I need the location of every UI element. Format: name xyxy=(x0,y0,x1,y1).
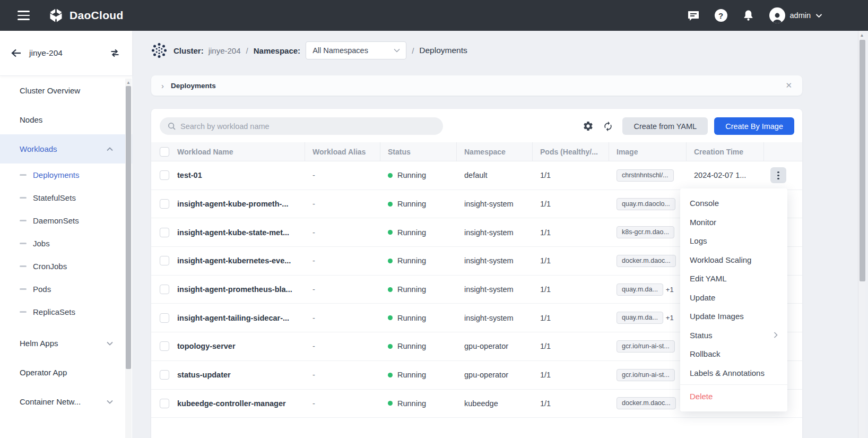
namespace-value: insight-system xyxy=(464,256,514,265)
sidebar-item-deployments[interactable]: Deployments xyxy=(0,164,132,186)
select-all-checkbox[interactable] xyxy=(160,147,169,157)
workload-name-link[interactable]: status-updater xyxy=(177,371,231,379)
scroll-up-arrow-icon[interactable]: ▲ xyxy=(858,31,865,38)
menu-item-update[interactable]: Update xyxy=(680,288,787,307)
collapse-chevron-icon[interactable]: › xyxy=(161,81,164,90)
current-cluster-name: jinye-204 xyxy=(29,48,63,58)
row-actions-kebab-button[interactable] xyxy=(770,167,786,183)
row-checkbox[interactable] xyxy=(160,199,169,209)
row-checkbox[interactable] xyxy=(160,170,169,180)
sidebar-item-pods[interactable]: Pods xyxy=(0,278,132,300)
image-tag: docker.m.daoc... xyxy=(617,397,676,409)
pods-value: 1/1 xyxy=(540,228,551,237)
sidebar-item-replicasets[interactable]: ReplicaSets xyxy=(0,300,132,323)
row-checkbox[interactable] xyxy=(160,256,169,265)
sidebar-item-cluster-overview[interactable]: Cluster Overview xyxy=(0,76,132,105)
sidebar-item-operator-app[interactable]: Operator App xyxy=(0,358,132,387)
col-image[interactable]: Image xyxy=(609,142,687,161)
menu-item-update-images[interactable]: Update Images xyxy=(680,307,787,326)
row-checkbox[interactable] xyxy=(160,399,169,408)
create-by-image-button[interactable]: Create By Image xyxy=(714,117,794,135)
menu-item-edit-yaml[interactable]: Edit YAML xyxy=(680,269,787,288)
panel-title: Deployments xyxy=(171,82,216,90)
username: admin xyxy=(790,11,811,20)
menu-item-logs[interactable]: Logs xyxy=(680,231,787,251)
top-navbar: DaoCloud ? admin xyxy=(0,0,868,31)
sidebar-item-helm-apps[interactable]: Helm Apps xyxy=(0,329,132,358)
brand-name: DaoCloud xyxy=(70,9,124,22)
close-icon[interactable]: ✕ xyxy=(785,81,792,90)
status-dot xyxy=(388,373,393,377)
col-creation-time[interactable]: Creation Time xyxy=(687,142,764,161)
col-status[interactable]: Status xyxy=(380,142,457,161)
workload-name-link[interactable]: insight-agent-kube-prometh-... xyxy=(177,200,288,208)
namespace-value: default xyxy=(464,171,488,179)
cluster-value[interactable]: jinye-204 xyxy=(209,46,241,55)
workload-name-link[interactable]: insight-agent-kube-state-met... xyxy=(177,228,289,237)
gear-icon[interactable] xyxy=(583,121,594,132)
deployments-panel-bar[interactable]: › Deployments ✕ xyxy=(151,75,802,96)
workload-name-link[interactable]: insight-agent-prometheus-bla... xyxy=(177,285,292,294)
workload-alias: - xyxy=(313,171,315,179)
switch-cluster-icon[interactable] xyxy=(109,48,120,58)
workload-name-link[interactable]: insight-agent-tailing-sidecar-... xyxy=(177,314,289,322)
row-checkbox[interactable] xyxy=(160,228,169,237)
image-tag: quay.m.daoclo... xyxy=(617,198,675,210)
refresh-icon[interactable] xyxy=(603,121,613,132)
sidebar-item-daemonsets[interactable]: DaemonSets xyxy=(0,209,132,232)
status-dot xyxy=(388,315,393,320)
sidebar-item-workloads[interactable]: Workloads xyxy=(0,134,132,164)
image-tag: gcr.io/run-ai-st... xyxy=(617,369,675,381)
user-menu[interactable]: admin xyxy=(769,7,823,23)
pods-value: 1/1 xyxy=(540,342,551,350)
status-label: Running xyxy=(397,256,426,265)
page-scrollbar-thumb[interactable] xyxy=(860,40,865,281)
sidebar-item-jobs[interactable]: Jobs xyxy=(0,232,132,255)
chat-icon[interactable] xyxy=(687,8,700,22)
workload-name-link[interactable]: insight-agent-kubernetes-eve... xyxy=(177,256,291,265)
namespace-value: kubeedge xyxy=(464,399,498,408)
status-label: Running xyxy=(397,200,426,208)
sidebar-scrollbar[interactable]: ▲ xyxy=(125,79,132,438)
col-namespace[interactable]: Namespace xyxy=(457,142,533,161)
row-checkbox[interactable] xyxy=(160,370,169,380)
namespace-selected-value: All Namespaces xyxy=(313,46,368,55)
chevron-down-icon xyxy=(107,400,113,404)
sidebar-item-cronjobs[interactable]: CronJobs xyxy=(0,255,132,278)
namespace-select[interactable]: All Namespaces xyxy=(306,41,406,59)
namespace-value: insight-system xyxy=(464,285,514,294)
image-tag: docker.m.daoc... xyxy=(617,255,676,267)
menu-item-console[interactable]: Console xyxy=(680,194,787,213)
daocloud-logo[interactable]: DaoCloud xyxy=(47,7,124,24)
row-checkbox[interactable] xyxy=(160,313,169,323)
menu-item-labels-annotations[interactable]: Labels & Annotations xyxy=(680,364,787,383)
col-workload-alias[interactable]: Workload Alias xyxy=(305,142,380,161)
pods-value: 1/1 xyxy=(540,256,551,265)
create-from-yaml-button[interactable]: Create from YAML xyxy=(622,117,708,135)
col-workload-name[interactable]: Workload Name xyxy=(175,142,305,161)
scroll-up-arrow-icon[interactable]: ▲ xyxy=(125,79,132,85)
page-scrollbar[interactable]: ▲ xyxy=(858,31,865,438)
menu-item-delete[interactable]: Delete xyxy=(680,387,787,406)
search-box[interactable] xyxy=(160,117,443,135)
bell-icon[interactable] xyxy=(742,8,756,22)
menu-item-status[interactable]: Status xyxy=(680,326,787,345)
workload-name-link[interactable]: kubeedge-controller-manager xyxy=(177,399,286,408)
workload-alias: - xyxy=(313,285,315,294)
help-icon[interactable]: ? xyxy=(714,8,728,22)
workload-name-link[interactable]: topology-server xyxy=(177,342,236,350)
sidebar-scrollbar-thumb[interactable] xyxy=(126,86,131,369)
menu-item-workload-scaling[interactable]: Workload Scaling xyxy=(680,251,787,270)
sidebar-item-statefulsets[interactable]: StatefulSets xyxy=(0,186,132,209)
menu-item-monitor[interactable]: Monitor xyxy=(680,213,787,232)
workload-name-link[interactable]: test-01 xyxy=(177,171,202,179)
row-checkbox[interactable] xyxy=(160,285,169,294)
back-arrow-icon[interactable] xyxy=(11,48,22,58)
search-input[interactable] xyxy=(180,122,436,131)
sidebar-item-container-network[interactable]: Container Netw... xyxy=(0,387,132,416)
sidebar-item-nodes[interactable]: Nodes xyxy=(0,105,132,134)
col-pods[interactable]: Pods (Healthy/... xyxy=(533,142,609,161)
row-checkbox[interactable] xyxy=(160,341,169,351)
menu-item-rollback[interactable]: Rollback xyxy=(680,345,787,364)
hamburger-menu-icon[interactable] xyxy=(18,11,30,20)
